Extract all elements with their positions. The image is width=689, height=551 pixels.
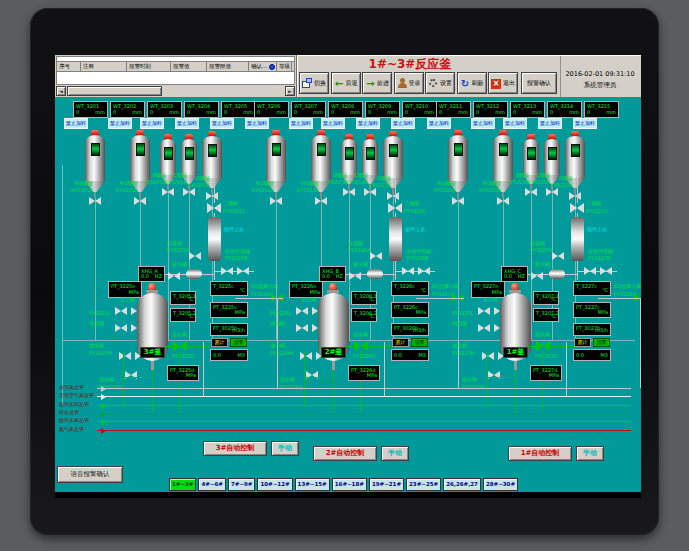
voice-ack-button[interactable]: 语音报警确认 xyxy=(57,466,123,483)
auto-control-button[interactable]: 1#自动控制 xyxy=(508,446,572,461)
screw-valve[interactable] xyxy=(315,197,327,205)
alarm-column-header[interactable]: 报警限值 xyxy=(207,62,249,71)
toolbar-button-switch[interactable]: 切换 xyxy=(299,72,329,94)
screw-valve[interactable] xyxy=(162,188,174,196)
valve[interactable] xyxy=(115,324,127,332)
toolbar-button-forward[interactable]: →前进 xyxy=(362,72,392,94)
screw-valve[interactable] xyxy=(569,192,581,200)
screw-valve[interactable] xyxy=(134,197,146,205)
alarm-ack-button[interactable]: 报警确认 xyxy=(521,72,557,94)
hmi-screen: 序号注释报警时刻报警值报警限值确认...等级◄►1#~3#反应釜切换←后退→前进… xyxy=(55,55,641,498)
screw-valve[interactable] xyxy=(183,188,195,196)
accum-button[interactable]: 累计 xyxy=(392,338,409,347)
valve[interactable] xyxy=(482,352,494,360)
alarm-column-header[interactable]: 报警值 xyxy=(171,62,207,71)
alarm-column-header[interactable]: 确认... xyxy=(249,62,277,71)
valve[interactable] xyxy=(296,324,308,332)
toolbar-button-login[interactable]: 登录 xyxy=(394,72,424,94)
instrument-unit: HZ xyxy=(155,274,162,279)
tee-valve[interactable] xyxy=(207,203,221,213)
tab-5[interactable]: 13#~15# xyxy=(295,478,330,491)
alarm-column-header[interactable]: 序号 xyxy=(57,62,81,71)
valve[interactable] xyxy=(300,352,312,360)
screw-valve[interactable] xyxy=(497,197,509,205)
manual-button[interactable]: 手动 xyxy=(576,446,604,461)
vessel-screen xyxy=(136,143,145,156)
screw-valve[interactable] xyxy=(270,197,282,205)
screw-valve[interactable] xyxy=(206,192,218,200)
vessel-body xyxy=(202,136,222,178)
toolbar-button-refresh[interactable]: ↻刷新 xyxy=(457,72,487,94)
instrument-unit: mm xyxy=(243,110,253,115)
reset-button[interactable]: 消零 xyxy=(411,338,428,347)
instrument-tag: PT_3227c xyxy=(576,305,600,310)
flame-valve[interactable] xyxy=(349,272,361,280)
tab-label: 4#~6# xyxy=(201,482,222,488)
pressure-box: PT_3226dMPa xyxy=(348,365,380,381)
tab-2[interactable]: 4#~6# xyxy=(198,478,225,491)
valve[interactable] xyxy=(115,307,127,315)
screw-valve[interactable] xyxy=(387,192,399,200)
instrument-tag: T_3227c xyxy=(576,284,597,289)
auto-control-button[interactable]: 2#自动控制 xyxy=(313,446,377,461)
tab-3[interactable]: 7#~9# xyxy=(228,478,255,491)
alarm-column-header[interactable]: 报警时刻 xyxy=(127,62,171,71)
scroll-right-button[interactable]: ► xyxy=(285,86,295,96)
manual-button-label: 手动 xyxy=(583,450,597,457)
accum-button[interactable]: 累计 xyxy=(211,338,228,347)
emergency-valve[interactable] xyxy=(221,267,233,275)
emergency-valve-label: 应急管道阀 xyxy=(406,249,431,254)
instrument-unit: ℃ xyxy=(550,297,556,302)
instrument-unit: MPa xyxy=(492,290,502,295)
screw-valve[interactable] xyxy=(343,188,355,196)
screw-valve[interactable] xyxy=(364,188,376,196)
reset-button[interactable]: 消零 xyxy=(593,338,610,347)
condenser-valve[interactable] xyxy=(370,252,382,260)
scroll-thumb[interactable] xyxy=(67,86,162,96)
tee-valve-code: PY3225C xyxy=(223,209,245,214)
pipe-legend-label: 氮气来总管 xyxy=(59,427,84,432)
valve[interactable] xyxy=(119,352,131,360)
reset-button[interactable]: 消零 xyxy=(230,338,247,347)
tab-8[interactable]: 23#~25# xyxy=(406,478,441,491)
auto-control-button[interactable]: 3#自动控制 xyxy=(203,441,267,456)
emergency-valve[interactable] xyxy=(584,267,596,275)
tee-valve[interactable] xyxy=(570,203,584,213)
vessel-screen xyxy=(185,147,194,160)
manual-button[interactable]: 手动 xyxy=(381,446,409,461)
no-feed-chip: 禁止加料 xyxy=(108,118,132,129)
condenser-valve[interactable] xyxy=(552,252,564,260)
emergency-valve[interactable] xyxy=(237,267,249,275)
tee-valve[interactable] xyxy=(388,203,402,213)
tab-9[interactable]: 26,26#,27 xyxy=(443,478,481,491)
alarm-column-header[interactable]: 注释 xyxy=(81,62,127,71)
toolbar-button-exit[interactable]: ×退出 xyxy=(488,72,518,94)
tab-10[interactable]: 28#~30# xyxy=(483,478,518,491)
toolbar-button-back[interactable]: ←后退 xyxy=(331,72,361,94)
manual-button[interactable]: 手动 xyxy=(271,441,299,456)
no-feed-chip-label: 禁止加料 xyxy=(110,121,130,126)
valve[interactable] xyxy=(296,307,308,315)
tab-label: 28#~30# xyxy=(486,482,515,488)
tab-6[interactable]: 16#~18# xyxy=(332,478,367,491)
alarm-column-header[interactable]: 等级 xyxy=(277,62,292,71)
valve[interactable] xyxy=(478,324,490,332)
emergency-valve[interactable] xyxy=(418,267,430,275)
accum-button[interactable]: 累计 xyxy=(574,338,591,347)
tab-1[interactable]: 1#~3# xyxy=(169,478,196,491)
screw-valve[interactable] xyxy=(89,197,101,205)
tab-4[interactable]: 10#~12# xyxy=(257,478,292,491)
valve[interactable] xyxy=(478,307,490,315)
scroll-left-button[interactable]: ◄ xyxy=(56,86,66,96)
toolbar-button-settings[interactable]: 设置 xyxy=(425,72,455,94)
tab-7[interactable]: 19#~21# xyxy=(369,478,404,491)
emergency-valve[interactable] xyxy=(600,267,612,275)
condenser-valve[interactable] xyxy=(189,252,201,260)
screw-valve[interactable] xyxy=(525,188,537,196)
screw-valve[interactable] xyxy=(546,188,558,196)
flame-valve[interactable] xyxy=(168,272,180,280)
alarm-hscrollbar[interactable]: ◄► xyxy=(56,86,295,96)
flame-valve[interactable] xyxy=(531,272,543,280)
emergency-valve[interactable] xyxy=(402,267,414,275)
screw-valve[interactable] xyxy=(452,197,464,205)
